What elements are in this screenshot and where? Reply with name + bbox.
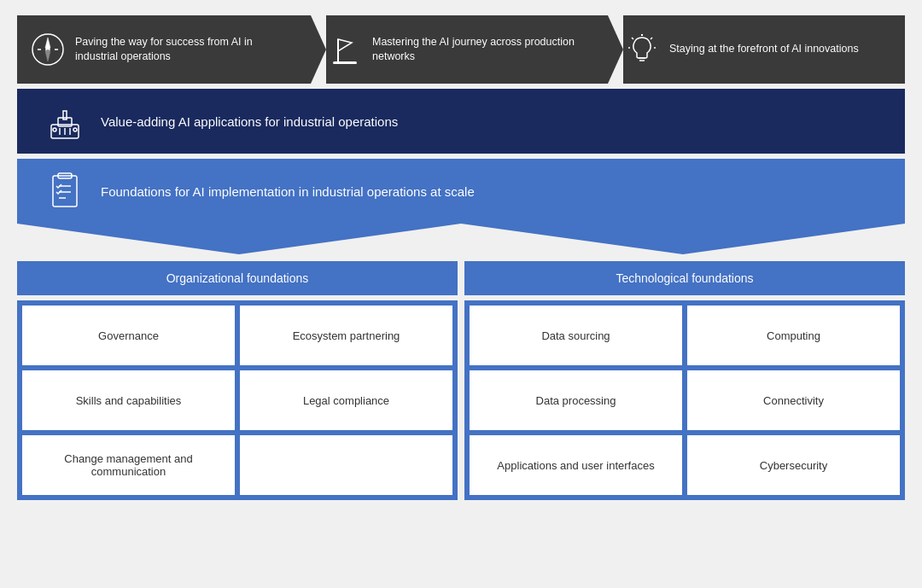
- industrial-icon: [43, 99, 87, 143]
- org-grid: Governance Ecosystem partnering Skills a…: [17, 300, 458, 500]
- arrow-text-1: Paving the way for success from AI in in…: [75, 35, 297, 65]
- tech-cell-cyber: Cybersecurity: [687, 435, 900, 495]
- tech-cell-dataprocessing: Data processing: [470, 370, 682, 430]
- value-banner: Value-adding AI applications for industr…: [17, 89, 905, 154]
- org-cell-skills: Skills and capabilities: [22, 370, 235, 430]
- arrow-item-3: Staying at the forefront of AI innovatio…: [611, 15, 905, 84]
- org-cell-empty: [240, 435, 452, 495]
- org-cell-change: Change management and communication: [22, 435, 235, 495]
- arrow-item-1: Paving the way for success from AI in in…: [17, 15, 311, 84]
- org-header: Organizational foundations: [17, 261, 458, 295]
- org-cell-ecosystem: Ecosystem partnering: [240, 306, 452, 365]
- tech-column: Technological foundations Data sourcing …: [464, 261, 905, 500]
- svg-marker-2: [45, 38, 50, 49]
- tech-cell-computing: Computing: [687, 306, 900, 365]
- org-cell-legal: Legal compliance: [240, 370, 452, 430]
- org-column: Organizational foundations Governance Ec…: [17, 261, 458, 500]
- tech-cell-datasourcing: Data sourcing: [470, 306, 682, 365]
- value-banner-text: Value-adding AI applications for industr…: [101, 114, 398, 129]
- arrow-down-row: [17, 224, 905, 254]
- compass-icon: [29, 31, 67, 68]
- arrow-text-2: Mastering the AI journey across producti…: [372, 35, 594, 65]
- tech-cell-apps: Applications and user interfaces: [470, 435, 682, 495]
- svg-point-21: [53, 128, 56, 131]
- svg-marker-3: [45, 49, 50, 61]
- bulb-icon: [623, 31, 661, 68]
- flag-icon: [326, 31, 364, 68]
- svg-rect-7: [333, 61, 357, 64]
- arrow-item-2: Mastering the AI journey across producti…: [314, 15, 608, 84]
- tech-header: Technological foundations: [464, 261, 905, 295]
- org-cell-governance: Governance: [22, 306, 235, 365]
- foundations-banner: Foundations for AI implementation in ind…: [17, 159, 905, 224]
- svg-rect-23: [53, 176, 77, 207]
- foundations-icon: [43, 169, 87, 213]
- svg-line-11: [632, 38, 633, 39]
- tech-cell-connectivity: Connectivity: [687, 370, 900, 430]
- page-wrapper: Paving the way for success from AI in in…: [0, 0, 922, 515]
- arrow-down-left: [17, 224, 461, 254]
- arrows-row: Paving the way for success from AI in in…: [17, 15, 905, 84]
- arrow-text-3: Staying at the forefront of AI innovatio…: [669, 42, 859, 57]
- svg-line-12: [651, 38, 652, 39]
- two-col: Organizational foundations Governance Ec…: [17, 261, 905, 500]
- tech-grid: Data sourcing Computing Data processing …: [464, 300, 905, 500]
- svg-point-22: [73, 128, 77, 131]
- arrow-down-right: [461, 224, 905, 254]
- foundations-banner-text: Foundations for AI implementation in ind…: [101, 184, 475, 199]
